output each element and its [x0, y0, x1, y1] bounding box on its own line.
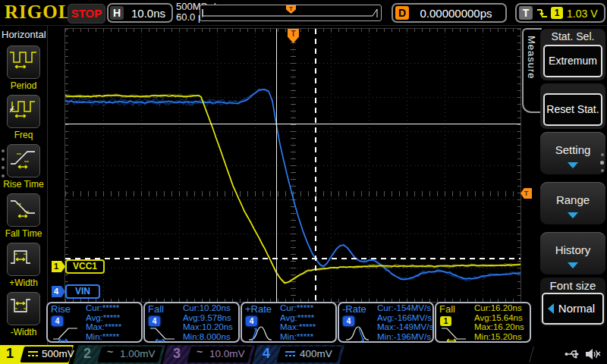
stat-sel-group: Stat. Sel. Extremum — [540, 29, 605, 80]
menu-page-dots — [600, 153, 604, 172]
font-size-button[interactable]: Normal — [542, 293, 604, 325]
ch1-scale: 500mV — [42, 348, 74, 359]
minus-width-icon — [8, 293, 39, 318]
measure-menu-tab[interactable]: Measure — [522, 28, 542, 113]
range-button[interactable]: Range — [540, 182, 605, 224]
measurement-name: -Rate — [342, 303, 366, 315]
usb-icon — [565, 348, 581, 360]
history-label: History — [540, 243, 605, 256]
speaker-muted-icon — [584, 347, 601, 361]
ch4-number: 4 — [263, 346, 270, 362]
trigger-status-box[interactable]: T 1 1.03 V — [515, 3, 605, 23]
measurement-stats: Cur:*****Avg:*****Max:*****Min:***** — [280, 303, 316, 341]
measure-item-label: +Width — [0, 278, 47, 288]
channel-status-bar: 1 500mV 2 ~ 1.00mV 3 ~ 10.0mV 4 400mV — [0, 345, 607, 364]
ch3-number: 3 — [173, 346, 181, 362]
measurement-cell-plus-rate-ch4[interactable]: +Rate 4 Cur:*****Avg:*****Max:*****Min:*… — [241, 302, 337, 343]
bar-divider — [529, 347, 534, 362]
timebase-value: 10.0ns — [131, 7, 165, 20]
chevron-left-icon — [548, 303, 554, 314]
oscilloscope-screen: RIGOL STOP H 10.0ns 500MSa/s60.0 pts T D… — [0, 0, 607, 364]
dashed-vertical-cursor[interactable] — [315, 29, 316, 302]
history-button[interactable]: History — [540, 232, 605, 275]
measure-item-fall-time[interactable] — [7, 193, 40, 227]
dashed-horizontal-cursor[interactable] — [65, 258, 521, 259]
measurement-name: Rise — [51, 303, 71, 315]
minus-rate-icon — [342, 324, 373, 342]
measurement-stats: Cur:16.20nsAvg:15.64nsMax:16.20nsMin:15.… — [474, 303, 524, 341]
horizontal-timebase-box[interactable]: H 10.0ns — [107, 3, 173, 23]
measure-item-label: Period — [0, 80, 47, 91]
solid-horizontal-cursor[interactable] — [65, 124, 521, 124]
measurement-cell-rise-ch4[interactable]: Rise 4 Cur:*****Avg:*****Max:*****Min:**… — [46, 302, 143, 343]
setting-button[interactable]: Setting — [540, 132, 605, 174]
trigger-delay-box[interactable]: D 0.00000000ps — [392, 3, 507, 23]
chevron-down-icon — [568, 262, 578, 268]
plus-width-icon — [8, 243, 39, 269]
ch4-scale: 400mV — [300, 348, 332, 359]
trigger-level-marker[interactable]: T — [521, 188, 532, 199]
measurement-stats: Cur:-154MV/sAvg:-166MV/sMax:-149MV/sMin:… — [377, 303, 433, 341]
measurement-stats: Cur:*****Avg:*****Max:*****Min:***** — [86, 303, 121, 341]
ch2-number: 2 — [83, 346, 91, 362]
stat-sel-label: Stat. Sel. — [540, 29, 605, 42]
rigol-logo: RIGOL — [5, 2, 71, 23]
chevron-down-icon — [568, 212, 578, 218]
rise-measure-icon — [51, 324, 81, 342]
sidebar-title: Horizontal — [2, 29, 46, 40]
solid-vertical-cursor[interactable] — [276, 29, 277, 302]
reset-stat-group: Reset Stat. — [540, 83, 605, 129]
measure-tab-label: Measure — [526, 36, 537, 80]
measure-item-rise-time[interactable] — [7, 144, 40, 177]
measure-item-label: Freq — [0, 130, 47, 140]
dc-coupling-icon — [285, 351, 295, 357]
top-status-bar: RIGOL STOP H 10.0ns 500MSa/s60.0 pts T D… — [0, 0, 607, 26]
run-state-indicator[interactable]: STOP — [68, 4, 105, 24]
chevron-down-icon — [568, 162, 578, 168]
fall-time-icon — [8, 194, 39, 220]
sidebar-page-dots — [2, 149, 5, 177]
period-icon — [8, 46, 39, 72]
rise-time-icon — [8, 145, 39, 171]
ch4-position-marker[interactable]: 4 — [52, 286, 65, 297]
vcc1-wave-label[interactable]: VCC1 — [65, 259, 105, 274]
measure-item-label: -Width — [0, 327, 47, 337]
measure-item-minus-width[interactable] — [7, 292, 40, 325]
plus-rate-icon — [245, 324, 275, 342]
measurement-cell-minus-rate-ch4[interactable]: -Rate 4 Cur:-154MV/sAvg:-166MV/sMax:-149… — [338, 302, 434, 343]
measure-item-label: Fall Time — [0, 228, 47, 239]
range-label: Range — [540, 193, 605, 206]
trigger-source-badge: 1 — [551, 7, 563, 19]
trigger-prefix: T — [519, 6, 533, 20]
measurement-name: Fall — [148, 303, 164, 315]
fall-measure-icon — [439, 324, 470, 342]
waveform-display-grid: T — [64, 28, 521, 303]
ch1-number: 1 — [6, 346, 14, 362]
ch2-scale: 1.00mV — [120, 348, 156, 359]
reset-stat-button[interactable]: Reset Stat. — [543, 93, 602, 126]
measure-item-plus-width[interactable] — [7, 243, 40, 276]
measure-item-freq[interactable] — [7, 95, 40, 128]
measure-items-sidebar: Horizontal Period Freq Rise Time — [0, 26, 48, 345]
setting-label: Setting — [540, 143, 605, 156]
measurement-cell-fall-ch4[interactable]: Fall 4 Cur:10.20nsAvg:9.578nsMax:10.20ns… — [143, 302, 240, 343]
measurement-name: Fall — [439, 303, 455, 315]
measurement-name: +Rate — [245, 303, 272, 315]
font-size-label: Font size — [540, 278, 605, 292]
font-size-group: Font size Normal — [540, 278, 605, 326]
falling-edge-icon — [536, 6, 549, 20]
measure-item-period[interactable] — [7, 46, 40, 79]
fall-measure-icon — [148, 324, 178, 342]
stat-sel-button[interactable]: Extremum — [543, 45, 602, 77]
dc-coupling-icon — [28, 351, 38, 357]
ac-coupling-icon: ~ — [197, 346, 203, 358]
measurement-cell-fall-ch1[interactable]: Fall 1 Cur:16.20nsAvg:15.64nsMax:16.20ns… — [435, 302, 531, 343]
horizontal-prefix: H — [110, 6, 124, 20]
measure-item-label: Rise Time — [0, 179, 47, 190]
waveform-traces — [65, 29, 521, 302]
waveform-preview-bar[interactable]: T — [200, 5, 382, 21]
freq-icon — [8, 96, 39, 121]
ch1-position-marker[interactable]: 1 — [52, 261, 65, 272]
trigger-level-value: 1.03 V — [567, 8, 597, 20]
vin-wave-label[interactable]: VIN — [65, 284, 100, 299]
